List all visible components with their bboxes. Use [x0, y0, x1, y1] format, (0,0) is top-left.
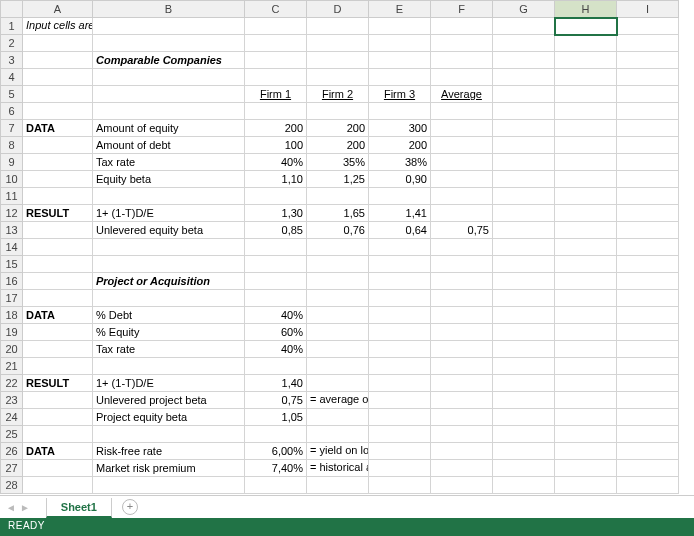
cell[interactable] — [493, 52, 555, 69]
cell[interactable] — [245, 477, 307, 494]
cell[interactable]: Market risk premium — [93, 460, 245, 477]
cell[interactable]: 0,75 — [245, 392, 307, 409]
cell[interactable] — [307, 103, 369, 120]
cell[interactable] — [93, 239, 245, 256]
cell[interactable] — [431, 188, 493, 205]
cell[interactable]: % Debt — [93, 307, 245, 324]
row-header[interactable]: 2 — [1, 35, 23, 52]
cell[interactable] — [617, 341, 679, 358]
cell[interactable] — [555, 477, 617, 494]
cell[interactable] — [617, 375, 679, 392]
cell[interactable] — [307, 341, 369, 358]
cell[interactable] — [555, 341, 617, 358]
cell[interactable] — [431, 477, 493, 494]
col-header-D[interactable]: D — [307, 1, 369, 18]
cell[interactable] — [493, 86, 555, 103]
cell[interactable] — [369, 52, 431, 69]
cell[interactable] — [617, 409, 679, 426]
cell[interactable]: = average of unlevered equity betas of c… — [307, 392, 369, 409]
row-header[interactable]: 10 — [1, 171, 23, 188]
cell[interactable] — [369, 426, 431, 443]
cell[interactable]: DATA — [23, 120, 93, 137]
cell[interactable] — [23, 324, 93, 341]
cell[interactable]: Equity beta — [93, 171, 245, 188]
cell[interactable] — [23, 137, 93, 154]
cell[interactable] — [245, 426, 307, 443]
cell[interactable]: Unlevered project beta — [93, 392, 245, 409]
cell[interactable] — [23, 477, 93, 494]
cell[interactable] — [555, 290, 617, 307]
cell[interactable] — [493, 239, 555, 256]
cell[interactable] — [617, 256, 679, 273]
column-headers[interactable]: A B C D E F G H I — [1, 1, 679, 18]
cell[interactable] — [245, 103, 307, 120]
cell[interactable] — [23, 392, 93, 409]
cell[interactable] — [617, 69, 679, 86]
cell[interactable] — [307, 35, 369, 52]
cell[interactable]: 1,65 — [307, 205, 369, 222]
cell[interactable] — [555, 86, 617, 103]
cell[interactable] — [307, 256, 369, 273]
row-header[interactable]: 7 — [1, 120, 23, 137]
cell[interactable]: Project or Acquisition — [93, 273, 245, 290]
cell[interactable] — [555, 273, 617, 290]
cell[interactable] — [617, 188, 679, 205]
cell[interactable] — [617, 443, 679, 460]
active-cell[interactable] — [555, 18, 617, 35]
cell[interactable] — [23, 426, 93, 443]
cell[interactable]: 0,90 — [369, 171, 431, 188]
cell[interactable] — [245, 52, 307, 69]
cell[interactable]: Average — [431, 86, 493, 103]
cell[interactable]: DATA — [23, 307, 93, 324]
cell[interactable] — [369, 341, 431, 358]
cell[interactable]: 1,30 — [245, 205, 307, 222]
cell[interactable]: 1,41 — [369, 205, 431, 222]
row-header[interactable]: 28 — [1, 477, 23, 494]
cell[interactable] — [307, 375, 369, 392]
cell[interactable] — [23, 86, 93, 103]
cell[interactable] — [245, 35, 307, 52]
cell[interactable] — [493, 273, 555, 290]
cell[interactable]: 200 — [307, 120, 369, 137]
cell[interactable] — [245, 69, 307, 86]
row-header[interactable]: 25 — [1, 426, 23, 443]
cell[interactable] — [431, 52, 493, 69]
cell[interactable] — [93, 188, 245, 205]
cell[interactable] — [23, 239, 93, 256]
cell[interactable] — [23, 52, 93, 69]
cell[interactable] — [431, 375, 493, 392]
cell[interactable] — [93, 86, 245, 103]
cell[interactable] — [555, 103, 617, 120]
cell[interactable] — [555, 392, 617, 409]
cell[interactable] — [555, 324, 617, 341]
cell[interactable] — [493, 341, 555, 358]
cell[interactable] — [23, 154, 93, 171]
cell[interactable] — [555, 52, 617, 69]
cell[interactable] — [307, 239, 369, 256]
cell[interactable]: Input cells are in yellow. — [23, 18, 93, 35]
cell[interactable] — [93, 477, 245, 494]
cell[interactable] — [23, 460, 93, 477]
cell[interactable] — [493, 171, 555, 188]
cell[interactable] — [617, 103, 679, 120]
cell[interactable] — [493, 426, 555, 443]
cell[interactable] — [307, 307, 369, 324]
cell[interactable] — [493, 290, 555, 307]
cell[interactable]: 200 — [369, 137, 431, 154]
cell[interactable] — [245, 239, 307, 256]
cell[interactable] — [493, 392, 555, 409]
cell[interactable] — [431, 137, 493, 154]
cell[interactable] — [493, 307, 555, 324]
cell[interactable] — [431, 154, 493, 171]
cell[interactable] — [23, 256, 93, 273]
row-header[interactable]: 26 — [1, 443, 23, 460]
cell[interactable] — [431, 103, 493, 120]
cell[interactable]: 1,10 — [245, 171, 307, 188]
cell[interactable]: 38% — [369, 154, 431, 171]
cell[interactable] — [555, 409, 617, 426]
cell[interactable] — [555, 375, 617, 392]
cell[interactable] — [617, 273, 679, 290]
cell[interactable] — [431, 324, 493, 341]
cell[interactable] — [555, 137, 617, 154]
cell[interactable]: 35% — [307, 154, 369, 171]
